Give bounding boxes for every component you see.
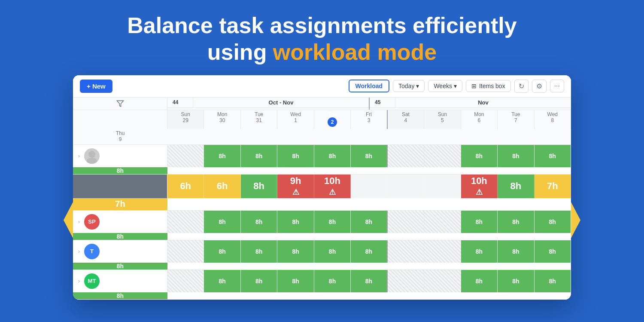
day-wed1: Wed1 xyxy=(277,110,314,129)
wl-fri3 xyxy=(351,175,387,198)
sp-thu2: 8h xyxy=(314,211,351,233)
grid-icon: ⊞ xyxy=(471,83,477,89)
new-button[interactable]: + New xyxy=(80,80,112,93)
sp-sun5 xyxy=(424,211,461,233)
t-sun29 xyxy=(167,240,204,263)
u1-wed1: 8h xyxy=(277,145,314,167)
sp-sat4 xyxy=(388,211,424,233)
t-mon30: 8h xyxy=(204,240,240,263)
days-header-row: Sun29 Mon30 Tue31 Wed1 Thu2 Fri3 Sat4 Su… xyxy=(73,110,571,145)
day-sun5: Sun5 xyxy=(424,110,461,129)
workload-button[interactable]: Workload xyxy=(349,80,390,92)
u1-mon6: 8h xyxy=(461,145,498,167)
mt-mon6: 8h xyxy=(461,270,498,292)
refresh-button[interactable]: ↻ xyxy=(514,80,529,93)
chevron-down-icon: ▾ xyxy=(454,83,457,89)
t-tue7: 8h xyxy=(498,240,534,263)
wl-wed8: 7h xyxy=(535,175,571,198)
app-window: + New Workload Today ▾ Weeks ▾ ⊞ Items b… xyxy=(73,75,571,300)
sp-wed1: 8h xyxy=(277,211,314,233)
wl-sat4 xyxy=(388,175,424,198)
day-mon6: Mon6 xyxy=(461,110,498,129)
mt-fri3: 8h xyxy=(351,270,387,292)
t-user-cell: › T xyxy=(73,240,167,263)
t-row: › T 8h 8h 8h 8h 8h 8h 8h 8h 8h xyxy=(73,240,571,270)
t-fri3: 8h xyxy=(351,240,387,263)
week45-header: Nov xyxy=(395,98,571,107)
week45-label: 45 xyxy=(370,98,395,107)
u1-sun29 xyxy=(167,145,204,167)
svg-point-1 xyxy=(88,151,95,158)
week44-header: Oct - Nov xyxy=(193,98,369,107)
svg-point-2 xyxy=(87,158,97,164)
day-mon30: Mon30 xyxy=(204,110,240,129)
expand-chevron[interactable]: › xyxy=(78,153,80,159)
t-tue31: 8h xyxy=(241,240,277,263)
empty-corner xyxy=(73,110,167,129)
mt-wed1: 8h xyxy=(277,270,314,292)
mt-thu2: 8h xyxy=(314,270,351,292)
t-thu9: 8h xyxy=(73,263,167,270)
mt-wed8: 8h xyxy=(535,270,571,292)
t-wed8: 8h xyxy=(535,240,571,263)
t-thu2: 8h xyxy=(314,240,351,263)
day-sun29: Sun29 xyxy=(167,110,204,129)
expand-chevron[interactable]: › xyxy=(78,248,80,255)
wl-sun29: 6h xyxy=(167,175,204,198)
mt-thu9: 8h xyxy=(73,292,167,299)
svg-marker-0 xyxy=(117,101,123,107)
mt-user-cell: › MT xyxy=(73,270,167,292)
left-arrow-decoration xyxy=(64,202,73,238)
user1-avatar xyxy=(84,148,100,164)
wl-thu9: 7h xyxy=(73,198,167,210)
expand-chevron[interactable]: › xyxy=(78,219,80,225)
day-tue31: Tue31 xyxy=(241,110,277,129)
week44-label: 44 xyxy=(167,98,193,107)
expand-chevron[interactable]: › xyxy=(78,278,80,284)
sp-row: › SP 8h 8h 8h 8h 8h 8h 8h 8h 8h xyxy=(73,211,571,240)
sp-user-cell: › SP xyxy=(73,211,167,233)
t-sat4 xyxy=(388,240,424,263)
t-mon6: 8h xyxy=(461,240,498,263)
sp-fri3: 8h xyxy=(351,211,387,233)
user1-row: › 8h 8h 8h 8h 8h 8h 8h 8h 8h xyxy=(73,145,571,175)
sp-wed8: 8h xyxy=(535,211,571,233)
workload-summary-row: 6h 6h 8h 9h ⚠ 10h ⚠ 10h ⚠ xyxy=(73,175,571,211)
calendar: 44 Oct - Nov 45 Nov Sun29 Mon30 Tue31 We xyxy=(73,98,571,300)
warning-icon: ⚠ xyxy=(329,187,336,197)
items-box-button[interactable]: ⊞ Items box xyxy=(466,80,511,92)
wl-user-cell xyxy=(73,175,167,198)
hero-title-section: Balance task assignments efficiently usi… xyxy=(0,0,644,66)
wl-mon6: 10h ⚠ xyxy=(461,175,498,198)
mt-tue7: 8h xyxy=(498,270,534,292)
sp-mon6: 8h xyxy=(461,211,498,233)
weeks-button[interactable]: Weeks ▾ xyxy=(428,80,462,92)
wl-wed1: 9h ⚠ xyxy=(277,175,314,198)
more-options-button[interactable]: ··· xyxy=(550,80,564,92)
u1-thu2: 8h xyxy=(314,145,351,167)
wl-tue31: 8h xyxy=(241,175,277,198)
day-fri3: Fri3 xyxy=(351,110,387,129)
t-sun5 xyxy=(424,240,461,263)
day-tue7: Tue7 xyxy=(498,110,534,129)
mt-mon30: 8h xyxy=(204,270,240,292)
chevron-down-icon: ▾ xyxy=(416,83,419,89)
wl-thu2: 10h ⚠ xyxy=(314,175,351,198)
right-arrow-decoration xyxy=(571,202,580,238)
hero-heading: Balance task assignments efficiently usi… xyxy=(0,12,644,66)
day-wed8: Wed8 xyxy=(535,110,571,129)
day-sat4: Sat4 xyxy=(388,110,424,129)
mt-row: › MT 8h 8h 8h 8h 8h 8h 8h 8h 8h xyxy=(73,270,571,300)
today-button[interactable]: Today ▾ xyxy=(393,80,425,92)
u1-thu9: 8h xyxy=(73,167,167,174)
day-thu9: Thu9 xyxy=(73,129,167,144)
sp-thu9: 8h xyxy=(73,233,167,240)
u1-wed8: 8h xyxy=(535,145,571,167)
filter-settings-button[interactable]: ⚙ xyxy=(532,80,547,93)
u1-mon30: 8h xyxy=(204,145,240,167)
wl-tue7: 8h xyxy=(498,175,534,198)
u1-fri3: 8h xyxy=(351,145,387,167)
mt-sat4 xyxy=(388,270,424,292)
t-avatar: T xyxy=(84,244,100,259)
sp-tue31: 8h xyxy=(241,211,277,233)
